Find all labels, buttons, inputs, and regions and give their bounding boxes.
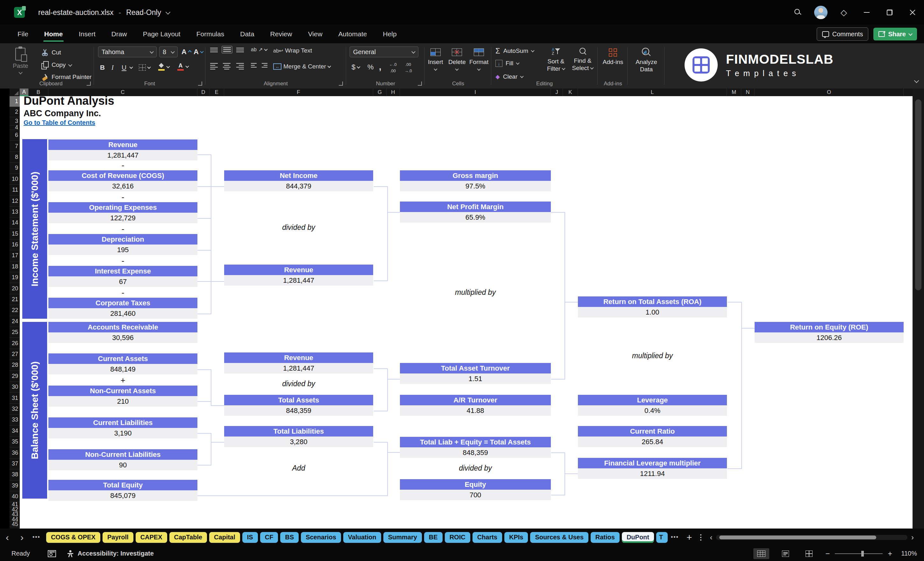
- sheet-tab-capital[interactable]: Capital: [209, 532, 240, 543]
- sheet-more-tabs-icon[interactable]: •••: [29, 534, 44, 541]
- sheet-tab-payroll[interactable]: Payroll: [102, 532, 134, 543]
- flow-box-net-profit-margin[interactable]: Net Profit Margin65.9%: [400, 201, 551, 222]
- operator-m1[interactable]: -: [122, 160, 124, 170]
- row-header-26[interactable]: 26: [9, 338, 20, 349]
- read-only-badge[interactable]: Read-Only: [126, 8, 161, 17]
- sheet-tab-be[interactable]: BE: [424, 532, 442, 543]
- row-header-4[interactable]: 4: [9, 126, 20, 130]
- search-button[interactable]: [786, 0, 809, 25]
- alignment-dialog-launcher-icon[interactable]: [339, 81, 343, 86]
- operator-div1[interactable]: divided by: [282, 223, 315, 232]
- increase-indent-button[interactable]: [262, 63, 267, 68]
- add-sheet-button[interactable]: +: [682, 532, 697, 543]
- cut-button[interactable]: Cut: [41, 49, 61, 56]
- read-only-chevron-icon[interactable]: [166, 9, 171, 15]
- sheet-tab-kpis[interactable]: KPIs: [504, 532, 528, 543]
- sheet-tab-captable[interactable]: CapTable: [170, 532, 207, 543]
- row-header-28[interactable]: 28: [9, 360, 20, 370]
- row-header-13[interactable]: 13: [9, 207, 20, 218]
- row-header-2[interactable]: 2: [9, 107, 20, 117]
- copy-button[interactable]: Copy: [41, 61, 72, 69]
- sort-filter-button[interactable]: AZ Sort &Filter: [543, 48, 568, 73]
- ribbon-tab-file[interactable]: File: [9, 25, 36, 43]
- flow-box-total-asset-turnover[interactable]: Total Asset Turnover1.51: [400, 363, 551, 384]
- operator-div2[interactable]: divided by: [282, 380, 315, 388]
- clear-button[interactable]: ◆ Clear: [495, 73, 523, 80]
- row-header-38[interactable]: 38: [9, 469, 20, 480]
- row-header-40[interactable]: 40: [9, 491, 20, 502]
- row-header-29[interactable]: 29: [9, 371, 20, 382]
- row-header-15[interactable]: 15: [9, 229, 20, 239]
- account-button[interactable]: [809, 0, 832, 25]
- font-name-select[interactable]: Tahoma: [98, 46, 157, 57]
- sheet-tab-summary[interactable]: Summary: [383, 532, 422, 543]
- ribbon-tab-draw[interactable]: Draw: [104, 25, 135, 43]
- flow-box-operating-expenses[interactable]: Operating Expenses122,729: [48, 202, 197, 223]
- flow-box-total-liab-equity-total-assets[interactable]: Total Liab + Equity = Total Assets848,35…: [400, 437, 551, 458]
- flow-box-financial-leverage-multiplier[interactable]: Financial Leverage multiplier1211.94: [578, 458, 727, 479]
- autosum-button[interactable]: Σ AutoSum: [495, 47, 534, 55]
- row-header-36[interactable]: 36: [9, 447, 20, 458]
- premium-button[interactable]: ◇: [832, 0, 855, 25]
- sheet-tab-charts[interactable]: Charts: [472, 532, 502, 543]
- align-right-button[interactable]: [236, 63, 244, 69]
- sheet-tab-dupont[interactable]: DuPont: [622, 532, 654, 543]
- select-all-corner[interactable]: [9, 88, 20, 96]
- shrink-font-button[interactable]: A: [194, 48, 203, 56]
- column-header-M[interactable]: M: [727, 88, 741, 96]
- horizontal-scrollbar-track[interactable]: [716, 535, 908, 540]
- flow-box-return-on-equity-roe[interactable]: Return on Equity (ROE)1206.26: [754, 322, 904, 343]
- top-align-button[interactable]: [210, 48, 218, 52]
- normal-view-button[interactable]: [753, 548, 769, 559]
- find-select-button[interactable]: Find &Select: [571, 48, 595, 72]
- zoom-out-button[interactable]: −: [825, 550, 830, 558]
- accounting-format-button[interactable]: $: [351, 63, 360, 71]
- grow-font-button[interactable]: A: [182, 48, 191, 56]
- collapse-ribbon-chevron-icon[interactable]: [915, 78, 918, 84]
- ribbon-tab-formulas[interactable]: Formulas: [189, 25, 232, 43]
- accessibility-status[interactable]: Accessibility: Investigate: [78, 550, 154, 557]
- row-header-31[interactable]: 31: [9, 393, 20, 404]
- ribbon-tab-insert[interactable]: Insert: [70, 25, 104, 43]
- font-size-select[interactable]: 8: [159, 46, 178, 57]
- ribbon-tab-automate[interactable]: Automate: [330, 25, 375, 43]
- sheet-tab-t[interactable]: T: [656, 532, 668, 543]
- clipboard-dialog-launcher-icon[interactable]: [87, 81, 91, 86]
- wrap-text-button[interactable]: ab↩ Wrap Text: [273, 47, 312, 54]
- orientation-button[interactable]: ab↗: [251, 46, 267, 52]
- zoom-slider-thumb[interactable]: [861, 551, 864, 556]
- comments-button[interactable]: Comments: [817, 27, 868, 41]
- operator-div3[interactable]: divided by: [459, 464, 492, 472]
- flow-box-gross-margin[interactable]: Gross margin97.5%: [400, 170, 551, 191]
- restore-button[interactable]: [878, 0, 901, 25]
- sheet-tab-valuation[interactable]: Valuation: [343, 532, 381, 543]
- sheet-tab-capex[interactable]: CAPEX: [136, 532, 167, 543]
- format-painter-button[interactable]: Format Painter: [41, 73, 92, 81]
- row-header-18[interactable]: 18: [9, 261, 20, 272]
- column-header-E[interactable]: E: [210, 88, 224, 96]
- close-button[interactable]: [901, 0, 924, 25]
- zoom-level[interactable]: 110%: [901, 550, 917, 557]
- flow-box-interest-expense[interactable]: Interest Expense67: [48, 266, 197, 287]
- row-header-25[interactable]: 25: [9, 327, 20, 338]
- flow-box-total-assets[interactable]: Total Assets848,359: [224, 395, 373, 416]
- row-header-39[interactable]: 39: [9, 480, 20, 491]
- number-dialog-launcher-icon[interactable]: [418, 81, 422, 86]
- flow-box-current-liabilities[interactable]: Current Liabilities3,190: [48, 417, 197, 438]
- addins-button[interactable]: Add-ins: [602, 48, 624, 66]
- row-header-16[interactable]: 16: [9, 239, 20, 250]
- flow-box-return-on-total-assets-roa[interactable]: Return on Total Assets (ROA)1.00: [578, 296, 727, 317]
- underline-options-chevron-icon[interactable]: [130, 66, 132, 69]
- row-header-19[interactable]: 19: [9, 272, 20, 283]
- row-header-6[interactable]: 6: [9, 130, 20, 141]
- flow-box-total-equity[interactable]: Total Equity845,079: [48, 480, 197, 501]
- column-header-I[interactable]: I: [400, 88, 551, 96]
- hscroll-right-icon[interactable]: ›: [910, 534, 915, 541]
- flow-box-a-r-turnover[interactable]: A/R Turnover41.88: [400, 395, 551, 416]
- vertical-scrollbar-thumb[interactable]: [915, 99, 921, 290]
- font-color-button[interactable]: A: [177, 62, 189, 70]
- font-dialog-launcher-icon[interactable]: [198, 81, 202, 86]
- row-header-10[interactable]: 10: [9, 174, 20, 184]
- percent-style-button[interactable]: %: [368, 63, 374, 71]
- sheet-tab-scenarios[interactable]: Scenarios: [301, 532, 341, 543]
